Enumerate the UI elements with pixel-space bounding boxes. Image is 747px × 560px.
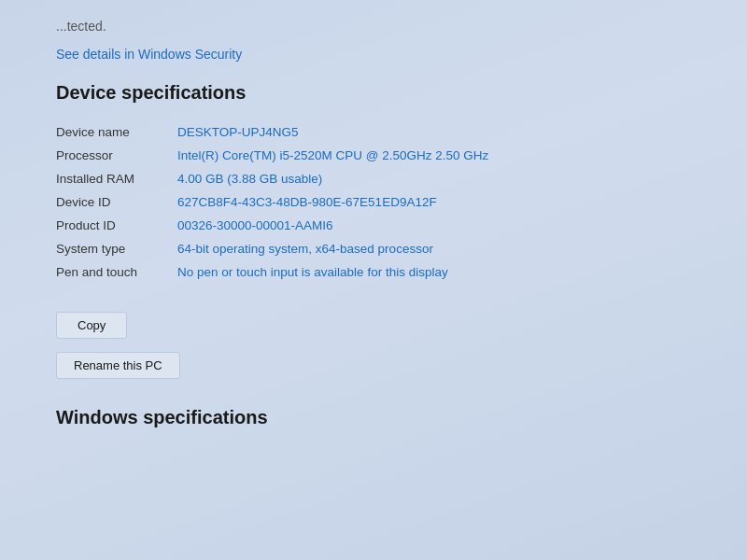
table-row: System type64-bit operating system, x64-… xyxy=(56,237,700,260)
table-row: Installed RAM4.00 GB (3.88 GB usable) xyxy=(56,167,700,190)
table-row: Device ID627CB8F4-43C3-48DB-980E-67E51ED… xyxy=(56,190,700,214)
page-container: ...tected. See details in Windows Securi… xyxy=(0,0,747,560)
windows-specs-title: Windows specifications xyxy=(56,407,700,428)
windows-security-link[interactable]: See details in Windows Security xyxy=(56,47,700,62)
spec-label: Device ID xyxy=(56,190,177,214)
spec-label: System type xyxy=(56,237,177,260)
spec-value: Intel(R) Core(TM) i5-2520M CPU @ 2.50GHz… xyxy=(177,144,700,167)
spec-value: 00326-30000-00001-AAMI6 xyxy=(177,214,700,237)
spec-label: Installed RAM xyxy=(56,167,177,190)
spec-label: Processor xyxy=(56,144,177,167)
table-row: ProcessorIntel(R) Core(TM) i5-2520M CPU … xyxy=(56,144,700,167)
top-partial-text: ...tected. xyxy=(56,19,700,34)
table-row: Product ID00326-30000-00001-AAMI6 xyxy=(56,214,700,237)
table-row: Pen and touchNo pen or touch input is av… xyxy=(56,260,700,284)
spec-value: DESKTOP-UPJ4NG5 xyxy=(177,120,700,144)
spec-value: 4.00 GB (3.88 GB usable) xyxy=(177,167,700,190)
spec-label: Pen and touch xyxy=(56,260,177,284)
spec-value: 64-bit operating system, x64-based proce… xyxy=(177,237,700,260)
copy-button[interactable]: Copy xyxy=(56,312,127,339)
spec-value: No pen or touch input is available for t… xyxy=(177,260,700,284)
spec-label: Device name xyxy=(56,120,177,144)
rename-pc-button[interactable]: Rename this PC xyxy=(56,352,180,379)
table-row: Device nameDESKTOP-UPJ4NG5 xyxy=(56,120,700,144)
device-specs-table: Device nameDESKTOP-UPJ4NG5ProcessorIntel… xyxy=(56,120,700,284)
device-specs-title: Device specifications xyxy=(56,82,700,104)
spec-value: 627CB8F4-43C3-48DB-980E-67E51ED9A12F xyxy=(177,190,700,214)
partial-label: ...tected. xyxy=(56,19,106,34)
spec-label: Product ID xyxy=(56,214,177,237)
